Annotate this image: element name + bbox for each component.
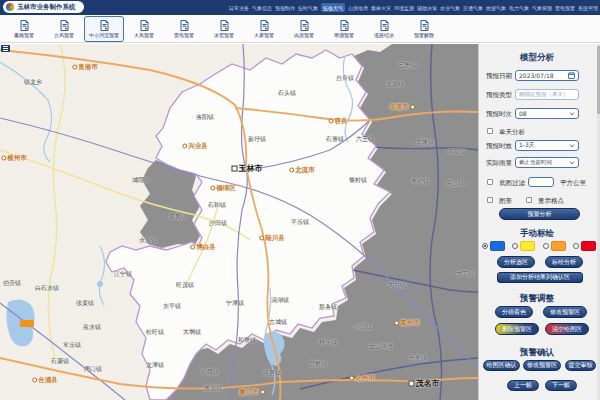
map-label-19: 黎村镇 [349,176,367,185]
toolbar-item-label: 暴雨预警 [14,32,34,38]
warning-doc-icon [260,20,269,31]
forecast-date-value: 2023/07/18 [519,72,554,79]
map-label-26: 沙田镇 [209,219,227,228]
level-color-button[interactable]: 分级着色 [495,306,533,318]
map-label-56: 伯劳镇 [3,279,21,288]
map-label-34: 宁潭镇 [226,299,244,308]
modify-warning-area-button[interactable]: 修改预警区 [543,306,587,318]
filter-checkbox[interactable] [487,179,493,185]
validity-row: 预报时效 1-3天 [479,140,600,152]
toolbar-item-8[interactable]: 高温预警 [284,16,324,42]
clear-draw-area-button[interactable]: 清空绘图区 [545,323,589,335]
map-label-57: 白石水镇 [35,284,59,293]
toolbar-item-label: 雷电预警 [174,32,194,38]
graph-checkbox[interactable] [487,197,493,203]
map-label-24: 石和镇 [208,201,226,210]
city-marker-icon [190,245,195,250]
toolbar-item-4[interactable]: 大风预警 [124,16,164,42]
single-day-row: 单天分析 [479,126,600,138]
forecast-date-input[interactable]: 2023/07/18 [515,70,579,81]
topnav-item-8[interactable]: 环境监测 [394,5,414,11]
map-label-13: 波塘镇 [386,80,404,89]
radio-icon[interactable] [573,243,579,249]
add-result-button[interactable]: 添加分析结果到确认区 [497,272,583,283]
draw-color-option-3[interactable] [543,241,566,251]
rain-label: 实际雨量 [486,159,512,168]
map-label-55: 廉江市 [239,388,265,397]
forecast-date-row: 预报日期 2023/07/18 [479,70,600,82]
draw-color-option-1[interactable] [482,241,505,251]
rain-select[interactable]: 截止当前时间 [515,157,579,168]
map-label-4: 洛阳镇 [196,113,214,122]
map-label-35: 清湖镇 [271,296,289,305]
grid-checkbox[interactable] [526,197,532,203]
topnav-item-16[interactable]: 系统管理 [578,5,598,11]
toolbar-item-11[interactable]: 预警解除 [404,16,444,42]
draw-color-option-4[interactable] [573,241,596,251]
topnav-item-2[interactable]: 气象信息 [252,5,272,11]
submit-review-button[interactable]: 提交审核 [565,360,596,371]
chevron-down-icon [569,112,575,116]
warning-analyze-button[interactable]: 预警分析 [499,208,580,220]
map-label-36: 古城镇 [269,318,287,327]
forecast-date-label: 预报日期 [486,72,512,81]
filter-area-input[interactable] [528,177,554,187]
map-label-10: 容县 [329,117,348,126]
draw-color-option-2[interactable] [512,241,535,251]
forecast-type-row: 预报类型 精细化预报（单天） [479,89,600,101]
topnav-item-12[interactable]: 旅游气象 [486,5,506,11]
draw-analyze-button[interactable]: 标绘分析 [545,256,583,268]
radio-icon[interactable] [482,243,488,249]
toolbar-item-label: 道路结冰 [374,32,394,38]
map-label-58: 张黄镇 [76,299,94,308]
toolbar-item-6[interactable]: 冰雹预警 [204,16,244,42]
toolbar-item-9[interactable]: 寒潮预警 [324,16,364,42]
analyze-region-button[interactable]: 分析选区 [497,256,535,268]
map-layers-control[interactable] [1,45,10,52]
validity-value: 1-3天 [519,141,535,150]
topnav-item-13[interactable]: 电力气象 [509,5,529,11]
toolbar-item-2[interactable]: 台风预警 [44,16,84,42]
topnav-item-1[interactable]: 日常业务 [229,5,249,11]
delete-warning-area-button[interactable]: 删除预警区 [495,323,539,335]
draw-area-confirm-button[interactable]: 绘图区确认 [483,360,520,371]
topnav-item-4[interactable]: 短时气象 [298,5,318,11]
topnav-item-7[interactable]: 森林火灾 [371,5,391,11]
toolbar-item-3[interactable]: 中小河流预警 [84,16,124,42]
next-frame-button[interactable]: 下一帧 [545,380,577,391]
toolbar-item-7[interactable]: 大雾预警 [244,16,284,42]
graph-label: 图形 [499,197,512,206]
prev-frame-button[interactable]: 上一帧 [507,380,539,391]
topnav-item-9[interactable]: 辅助决策 [417,5,437,11]
map-label-31: 江宁镇 [114,270,132,279]
forecast-type-input[interactable]: 精细化预报（单天） [515,89,579,100]
map-label-54: 茂名市 [409,378,440,389]
map-area[interactable]: 贵港市横州市镇龙乡洛阳镇石头镇新圩镇兴业县玉林市北流市容县自良镇三堡镇波塘镇岑溪… [0,44,478,400]
topnav-item-10[interactable]: 农业气象 [440,5,460,11]
single-day-checkbox[interactable] [487,128,493,134]
map-label-50: 大井镇 [388,281,406,290]
topnav-item-5[interactable]: 短临天气 [321,3,345,12]
toolbar-item-5[interactable]: 雷电预警 [164,16,204,42]
radio-icon[interactable] [512,243,518,249]
toolbar-item-1[interactable]: 暴雨预警 [4,16,44,42]
topnav-item-11[interactable]: 交通气象 [463,5,483,11]
topnav-item-15[interactable]: 雷电预警 [555,5,575,11]
topnav-item-14[interactable]: 气象探测 [532,5,552,11]
color-swatch [490,241,505,251]
filter-row: 底图过滤 平方公里 [479,177,600,189]
map-label-38: 松旺镇 [146,328,164,337]
forecast-time-label: 预报时次 [486,110,512,119]
topnav-item-3[interactable]: 预报制作 [275,5,295,11]
top-navbar: 玉林市业务制作系统 日常业务气象信息预报制作短时气象短临天气山洪地质森林火灾环境… [0,0,600,15]
warning-doc-icon [340,20,349,31]
city-marker-icon [394,321,399,326]
toolbar-item-10[interactable]: 道路结冰 [364,16,404,42]
layers-icon [3,48,8,49]
forecast-time-select[interactable]: 08 [515,108,579,119]
prefecture-marker-icon [409,380,415,386]
modify-confirm-button[interactable]: 修改预警区 [523,360,561,371]
topnav-item-6[interactable]: 山洪地质 [348,5,368,11]
radio-icon[interactable] [543,243,549,249]
validity-select[interactable]: 1-3天 [515,140,579,151]
